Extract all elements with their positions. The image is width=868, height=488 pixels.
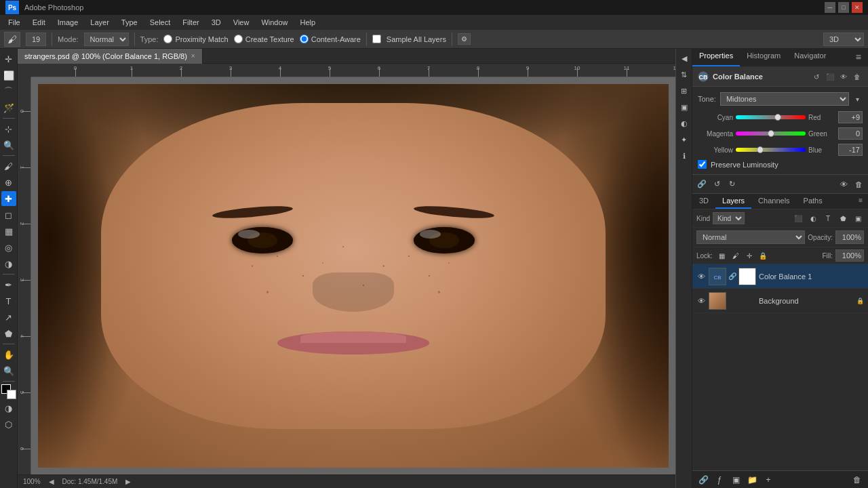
foreground-background-colors[interactable] [1,384,16,399]
minimize-button[interactable]: ─ [825,2,835,13]
text-tool[interactable]: T [1,293,16,308]
magenta-green-thumb[interactable] [768,130,774,137]
blend-mode-select[interactable]: Normal [696,230,805,244]
heal-tool[interactable]: ✚ [1,191,16,206]
close-button[interactable]: ✕ [852,2,863,13]
gradient-tool[interactable]: ▦ [1,224,16,239]
menu-3d[interactable]: 3D [206,17,226,28]
link-layers-btn[interactable]: 🔗 [696,473,710,487]
canvas-nav-next[interactable]: ▶ [125,478,131,485]
panel-link-btn[interactable]: 🔗 [695,178,709,191]
crop-tool[interactable]: ⊹ [1,121,16,136]
canvas-viewport[interactable] [31,77,675,474]
cyan-red-value-input[interactable] [838,111,863,123]
add-mask-btn[interactable]: ▣ [729,473,743,487]
tab-properties[interactable]: Properties [692,49,740,66]
yellow-blue-thumb[interactable] [757,146,764,153]
tab-paths[interactable]: Paths [797,194,829,209]
panel-history-btn[interactable]: ↺ [710,178,724,191]
panel-forward-btn[interactable]: ↻ [725,178,738,191]
filter-icon[interactable]: ⊞ [677,84,691,98]
lock-all-btn[interactable]: 🔒 [757,250,768,261]
filter-smart-btn[interactable]: ▣ [852,212,864,224]
layer-link-icon[interactable]: 🔗 [729,268,736,285]
hand-tool[interactable]: ✋ [1,347,16,362]
mask-icon[interactable]: ▣ [677,100,691,114]
menu-file[interactable]: File [3,17,26,28]
tab-channels[interactable]: Channels [751,194,796,209]
panel-eye-btn[interactable]: 👁 [837,178,850,191]
document-tab[interactable]: strangers.psd @ 100% (Color Balance 1, R… [18,49,203,64]
cyan-red-thumb[interactable] [774,114,781,121]
arrange-icon[interactable]: ⇅ [677,68,691,81]
menu-image[interactable]: Image [52,17,84,28]
filter-pixel-btn[interactable]: ⬛ [792,212,804,224]
dodge-tool[interactable]: ◑ [1,256,16,271]
filter-shape-btn[interactable]: ⬟ [837,212,849,224]
layers-panel-menu[interactable]: ≡ [853,194,868,209]
menu-select[interactable]: Select [144,17,176,28]
eraser-tool[interactable]: ◻ [1,207,16,222]
zoom-tool[interactable]: 🔍 [1,363,16,378]
blur-tool[interactable]: ◎ [1,240,16,255]
tab-histogram[interactable]: Histogram [740,49,787,66]
adjustment-icon[interactable]: ◐ [677,117,691,130]
filter-adj-btn[interactable]: ◐ [807,212,819,224]
canvas-nav-prev[interactable]: ◀ [49,478,54,485]
clone-stamp-tool[interactable]: ⊕ [1,175,16,190]
menu-layer[interactable]: Layer [85,17,115,28]
panel-collapse-icon[interactable]: ◀ [677,52,691,65]
menu-help[interactable]: Help [295,17,321,28]
content-aware-radio[interactable] [300,35,309,43]
reset-button[interactable]: ↺ [811,71,822,82]
menu-view[interactable]: View [228,17,255,28]
filter-type-btn[interactable]: T [822,212,834,224]
shape-tool[interactable]: ⬟ [1,326,16,341]
brush-tool-icon[interactable]: 🖌 [4,32,20,47]
fill-input[interactable] [835,249,864,262]
panel-trash-btn[interactable]: 🗑 [852,178,865,191]
layer-item-background[interactable]: 👁 Background 🔒 [692,289,868,313]
filter-select[interactable]: Kind [713,212,745,224]
preserve-luminosity-checkbox[interactable] [698,160,707,169]
tab-navigator[interactable]: Navigator [787,49,833,66]
magenta-green-value-input[interactable] [838,127,863,140]
visibility-button[interactable]: 👁 [838,71,849,82]
layer-visibility-color-balance[interactable]: 👁 [696,272,706,281]
proximity-match-radio[interactable] [163,35,172,43]
layer-item-color-balance[interactable]: 👁 CB 🔗 Color Balance 1 [692,264,868,289]
tab-close-button[interactable]: × [191,52,195,60]
menu-type[interactable]: Type [116,17,143,28]
magic-wand-tool[interactable]: 🪄 [1,100,16,115]
new-layer-btn[interactable]: + [762,473,775,487]
lock-position-btn[interactable]: ✛ [744,250,755,261]
delete-layer-btn[interactable]: 🗑 [850,473,864,487]
menu-filter[interactable]: Filter [177,17,204,28]
tone-select[interactable]: Shadows Midtones Highlights [720,92,849,106]
move-tool[interactable]: ✛ [1,52,16,66]
3d-select[interactable]: 3D [823,33,864,46]
screen-mode[interactable]: ⬡ [1,417,16,432]
brush-size-input[interactable] [26,33,46,46]
brush-tool[interactable]: 🖌 [1,159,16,174]
info-icon[interactable]: ℹ [677,149,691,163]
background-color[interactable] [7,390,16,399]
sample-all-layers-checkbox[interactable] [372,35,381,43]
quick-mask-mode[interactable]: ◑ [1,401,16,415]
tab-layers[interactable]: Layers [715,194,751,209]
new-group-btn[interactable]: 📁 [745,473,759,487]
healing-options-btn[interactable]: ⚙ [458,33,471,45]
yellow-blue-value-input[interactable] [838,144,863,156]
marquee-tool[interactable]: ⬜ [1,68,16,83]
maximize-button[interactable]: □ [838,2,849,13]
delete-button[interactable]: 🗑 [852,71,863,82]
pen-tool[interactable]: ✒ [1,277,16,292]
tab-3d[interactable]: 3D [692,194,715,209]
opacity-input[interactable] [835,230,864,244]
layer-visibility-background[interactable]: 👁 [696,296,706,306]
properties-panel-menu[interactable]: ≡ [849,49,868,66]
eyedropper-tool[interactable]: 🔍 [1,138,16,152]
mode-select[interactable]: Normal [84,33,129,46]
styles-icon[interactable]: ✦ [677,133,691,146]
add-style-btn[interactable]: ƒ [713,473,726,487]
